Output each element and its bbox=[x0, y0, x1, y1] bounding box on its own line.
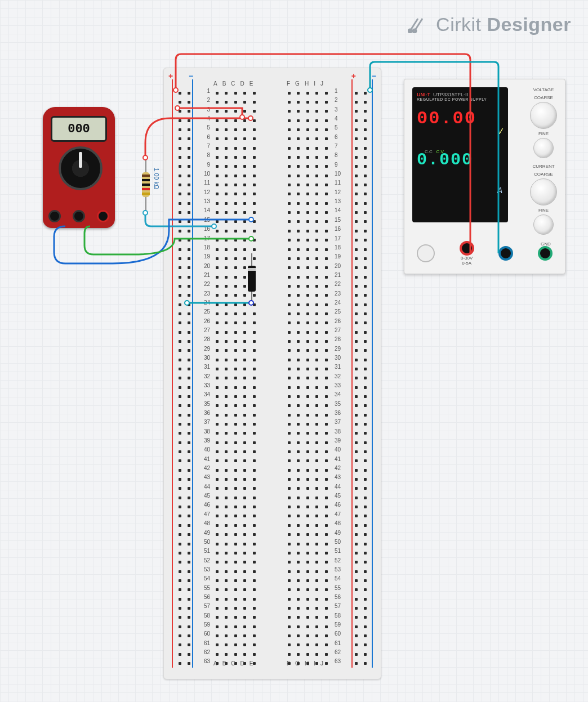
bb-row-numbers-left: 1234567891011121314151617181920212223242… bbox=[201, 88, 210, 668]
multimeter-dial[interactable] bbox=[59, 146, 103, 190]
power-supply[interactable]: UNI-T UTP3315TFL-II REGULATED DC POWER S… bbox=[404, 79, 565, 274]
psu-knob-fine-a-label: FINE bbox=[528, 208, 559, 213]
multimeter[interactable]: 000 bbox=[43, 107, 115, 228]
bb-holes-left bbox=[212, 88, 259, 668]
bb-rail-holes-right bbox=[351, 88, 369, 668]
psu-current-section-label: CURRENT bbox=[528, 164, 559, 169]
psu-voltage-unit: V bbox=[497, 127, 502, 136]
multimeter-display: 000 bbox=[51, 116, 107, 142]
resistor-1k[interactable] bbox=[142, 157, 150, 213]
multimeter-port-v[interactable] bbox=[73, 210, 85, 222]
diode[interactable] bbox=[248, 253, 256, 304]
psu-voltage-section-label: VOLTAGE bbox=[528, 87, 559, 92]
psu-knob-voltage-coarse[interactable] bbox=[530, 102, 557, 129]
resistor-value-label: 1.00 kΩ bbox=[153, 168, 160, 189]
diode-cathode-stripe bbox=[248, 268, 256, 271]
psu-cv-label: C.V bbox=[436, 149, 443, 154]
bb-col-labels-left-top: ABCDE bbox=[213, 81, 253, 87]
diode-lead-anode bbox=[251, 253, 252, 266]
resistor-band-4 bbox=[142, 188, 150, 190]
psu-knob-coarse-v-label: COARSE bbox=[528, 95, 559, 100]
resistor-band-1 bbox=[142, 175, 150, 177]
psu-power-button[interactable] bbox=[417, 244, 435, 262]
resistor-band-2 bbox=[142, 179, 150, 181]
resistor-band-3 bbox=[142, 184, 150, 186]
resistor-lead-top bbox=[145, 157, 146, 172]
psu-panel: UNI-T UTP3315TFL-II REGULATED DC POWER S… bbox=[412, 87, 508, 222]
multimeter-port-a[interactable] bbox=[97, 210, 109, 222]
psu-subtitle: REGULATED DC POWER SUPPLY bbox=[417, 97, 504, 101]
multimeter-port-com[interactable] bbox=[48, 210, 61, 222]
psu-knob-voltage-fine[interactable] bbox=[533, 138, 554, 158]
bb-holes-right bbox=[284, 88, 331, 668]
psu-jack-gnd[interactable] bbox=[538, 246, 553, 261]
diode-lead-cathode bbox=[251, 292, 252, 304]
bb-rail-left-pos bbox=[172, 79, 173, 668]
psu-knob-current-fine[interactable] bbox=[533, 214, 554, 235]
psu-knob-current-coarse[interactable] bbox=[530, 178, 557, 205]
svg-point-1 bbox=[413, 29, 416, 33]
brand-suffix: Designer bbox=[487, 14, 572, 35]
brand-name: Cirkit bbox=[436, 14, 481, 35]
resistor-lead-bottom bbox=[145, 197, 146, 213]
psu-voltage-readout: 00.00 bbox=[417, 108, 504, 129]
psu-jack-neg[interactable] bbox=[498, 246, 513, 261]
resistor-band-5 bbox=[142, 193, 150, 195]
bb-col-labels-right-top: FGHIJ bbox=[287, 81, 323, 87]
psu-current-unit: A bbox=[497, 186, 502, 195]
resistor-body bbox=[142, 172, 150, 197]
psu-brand: UNI-T bbox=[417, 92, 430, 97]
app-brand: Cirkit Designer bbox=[408, 14, 571, 35]
bb-row-numbers-right: 1234567891011121314151617181920212223242… bbox=[335, 88, 344, 668]
bb-rail-right-neg bbox=[372, 79, 373, 668]
psu-spec-label: 0-30V 0-5A bbox=[460, 256, 474, 266]
svg-point-0 bbox=[408, 29, 412, 33]
psu-model: UTP3315TFL-II bbox=[433, 92, 468, 97]
bb-rail-holes-left bbox=[175, 88, 193, 668]
psu-knob-coarse-a-label: COARSE bbox=[528, 172, 559, 177]
breadboard[interactable]: + − + − ABCDE FGHIJ ABCDE FGHIJ 12345678… bbox=[163, 68, 381, 679]
psu-knob-fine-v-label: FINE bbox=[528, 131, 559, 136]
brand-logo-icon bbox=[408, 16, 427, 33]
psu-jack-pos[interactable] bbox=[460, 241, 474, 256]
multimeter-ports bbox=[43, 210, 115, 222]
psu-cc-label: C.C bbox=[425, 149, 433, 154]
